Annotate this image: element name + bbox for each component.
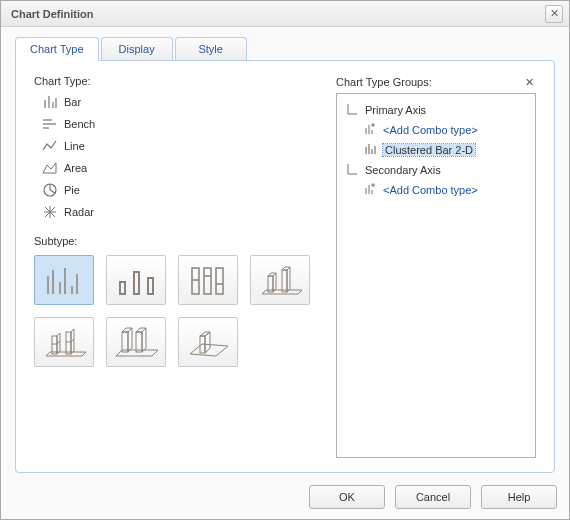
dialog-footer: OK Cancel Help — [1, 479, 569, 519]
clustered-bar-gap-icon — [114, 262, 158, 298]
tree-label: Secondary Axis — [365, 164, 441, 176]
subtype-clustered-bar-cyl[interactable] — [34, 317, 94, 367]
tab-panel-chart-type: Chart Type: Bar Bench — [15, 60, 555, 473]
stacked-bar-3d-icon — [114, 324, 158, 360]
clustered-bar-3d-icon — [258, 262, 302, 298]
chart-type-item-bar[interactable]: Bar — [40, 91, 312, 113]
svg-marker-52 — [136, 328, 146, 332]
tabs: Chart Type Display Style — [15, 37, 555, 60]
clustered-bar-cyl-icon — [42, 324, 86, 360]
subtype-clustered-bar-gap[interactable] — [106, 255, 166, 305]
chart-type-column: Chart Type: Bar Bench — [34, 75, 312, 458]
svg-rect-22 — [134, 272, 139, 294]
chart-type-item-line[interactable]: Line — [40, 135, 312, 157]
bar-icon — [363, 142, 379, 158]
pie-icon — [42, 182, 58, 198]
svg-marker-7 — [43, 163, 56, 173]
svg-rect-21 — [120, 282, 125, 294]
ok-button[interactable]: OK — [309, 485, 385, 509]
svg-marker-33 — [268, 273, 276, 276]
svg-marker-36 — [282, 267, 290, 270]
cancel-button[interactable]: Cancel — [395, 485, 471, 509]
svg-marker-56 — [200, 332, 210, 336]
chart-type-label: Area — [64, 162, 87, 174]
axis-icon — [345, 102, 361, 118]
clustered-bar-2d-icon — [42, 262, 86, 298]
stacked-bar-2d-icon — [186, 262, 230, 298]
tree-node-add-combo-secondary[interactable]: <Add Combo type> — [341, 180, 531, 200]
tree-label: <Add Combo type> — [383, 124, 478, 136]
dialog-close-button[interactable]: ✕ — [545, 5, 563, 23]
area-icon — [42, 160, 58, 176]
groups-tree: Primary Axis <Add Combo type> Clustered … — [336, 93, 536, 458]
dialog-title: Chart Definition — [11, 8, 94, 20]
subtype-clustered-bar-3d[interactable] — [250, 255, 310, 305]
add-combo-icon — [363, 122, 379, 138]
bar-3d-perspective-icon — [186, 324, 230, 360]
chart-type-item-bench[interactable]: Bench — [40, 113, 312, 135]
svg-rect-50 — [136, 332, 142, 352]
close-icon: ✕ — [550, 7, 559, 20]
tree-label: Primary Axis — [365, 104, 426, 116]
tree-node-clustered-bar-2d[interactable]: Clustered Bar 2-D — [341, 140, 531, 160]
tab-chart-type[interactable]: Chart Type — [15, 37, 99, 61]
bar-icon — [42, 94, 58, 110]
subtype-stacked-bar-3d[interactable] — [106, 317, 166, 367]
subtype-stacked-bar-2d[interactable] — [178, 255, 238, 305]
chart-type-label: Pie — [64, 184, 80, 196]
button-label: Help — [508, 491, 531, 503]
svg-rect-47 — [122, 332, 128, 352]
line-icon — [42, 138, 58, 154]
svg-marker-53 — [190, 344, 228, 356]
svg-rect-28 — [216, 268, 223, 294]
svg-rect-23 — [148, 278, 153, 294]
bench-icon — [42, 116, 58, 132]
subtype-grid — [34, 255, 312, 367]
svg-line-10 — [50, 190, 55, 193]
chart-type-label: Bench — [64, 118, 95, 130]
groups-close-button[interactable]: ✕ — [522, 75, 536, 89]
tree-node-secondary-axis[interactable]: Secondary Axis — [341, 160, 531, 180]
button-label: OK — [339, 491, 355, 503]
svg-rect-38 — [52, 336, 57, 354]
close-icon: ✕ — [525, 76, 534, 89]
help-button[interactable]: Help — [481, 485, 557, 509]
axis-icon — [345, 162, 361, 178]
tree-label: <Add Combo type> — [383, 184, 478, 196]
tab-label: Style — [198, 43, 222, 55]
subtype-clustered-bar-2d[interactable] — [34, 255, 94, 305]
groups-header: Chart Type Groups: ✕ — [336, 75, 536, 89]
tab-label: Chart Type — [30, 43, 84, 55]
chart-type-heading: Chart Type: — [34, 75, 312, 87]
chart-type-item-pie[interactable]: Pie — [40, 179, 312, 201]
tab-display[interactable]: Display — [101, 37, 173, 60]
chart-definition-dialog: Chart Definition ✕ Chart Type Display St… — [0, 0, 570, 520]
tree-node-add-combo-primary[interactable]: <Add Combo type> — [341, 120, 531, 140]
svg-marker-35 — [287, 267, 290, 292]
tree-label: Clustered Bar 2-D — [383, 144, 475, 156]
chart-type-label: Bar — [64, 96, 81, 108]
svg-marker-49 — [122, 328, 132, 332]
svg-rect-26 — [204, 268, 211, 294]
chart-type-item-radar[interactable]: Radar — [40, 201, 312, 223]
tree-node-primary-axis[interactable]: Primary Axis — [341, 100, 531, 120]
subtype-heading: Subtype: — [34, 235, 312, 247]
chart-type-item-area[interactable]: Area — [40, 157, 312, 179]
chart-type-label: Line — [64, 140, 85, 152]
chart-type-groups-column: Chart Type Groups: ✕ Primary Axis — [336, 75, 536, 458]
radar-icon — [42, 204, 58, 220]
chart-type-list: Bar Bench Line — [40, 91, 312, 223]
svg-rect-42 — [66, 332, 71, 354]
button-label: Cancel — [416, 491, 450, 503]
dialog-body: Chart Type Display Style Chart Type: Bar — [1, 27, 569, 479]
add-combo-icon — [363, 182, 379, 198]
tab-label: Display — [119, 43, 155, 55]
tab-style[interactable]: Style — [175, 37, 247, 60]
svg-rect-34 — [282, 270, 287, 292]
subtype-bar-3d-perspective[interactable] — [178, 317, 238, 367]
titlebar: Chart Definition ✕ — [1, 1, 569, 27]
svg-rect-24 — [192, 268, 199, 294]
chart-type-label: Radar — [64, 206, 94, 218]
groups-heading: Chart Type Groups: — [336, 76, 432, 88]
